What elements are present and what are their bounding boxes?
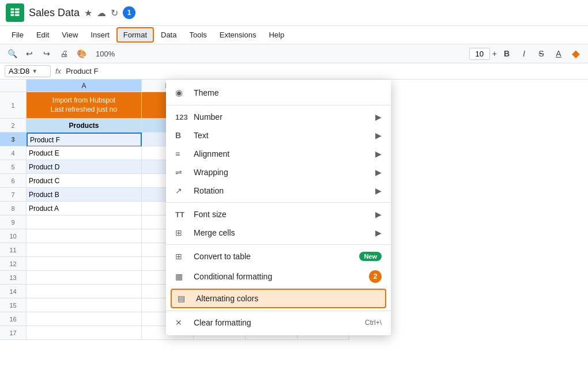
svg-rect-3 xyxy=(15,9,20,10)
menu-view[interactable]: View xyxy=(56,28,84,41)
number-label: Number xyxy=(194,112,223,122)
menu-extensions[interactable]: Extensions xyxy=(214,28,262,41)
conditional-label: Conditional formatting xyxy=(194,272,272,281)
font-size-label: Font size xyxy=(194,210,227,219)
font-size-arrow: ▶ xyxy=(375,210,382,219)
row-num: 5 xyxy=(0,160,27,174)
menu-edit[interactable]: Edit xyxy=(31,28,55,41)
menu-insert[interactable]: Insert xyxy=(85,28,115,41)
row-num: 3 xyxy=(0,133,27,146)
font-size-icon: TT xyxy=(175,210,187,219)
toolbar: 🔍 ↩ ↪ 🖨 🎨 100% + B I S A ◆ xyxy=(0,44,588,63)
number-icon: 123 xyxy=(175,113,187,122)
cell[interactable] xyxy=(27,312,142,326)
menu-help[interactable]: Help xyxy=(263,28,290,41)
rotation-label: Rotation xyxy=(194,186,224,195)
search-btn[interactable]: 🔍 xyxy=(5,46,20,61)
clear-shortcut: Ctrl+\ xyxy=(365,319,382,327)
fx-label: fx xyxy=(55,67,61,75)
menu-item-number[interactable]: 123 Number ▶ xyxy=(166,108,391,126)
merge-arrow: ▶ xyxy=(375,228,382,237)
conditional-icon: ▦ xyxy=(175,272,187,281)
cell-ref-value: A3:D8 xyxy=(9,67,29,75)
menu-bar: File Edit View Insert Format Data Tools … xyxy=(0,26,588,44)
cell[interactable] xyxy=(27,326,142,340)
cell-4a[interactable]: Product E xyxy=(27,146,142,160)
cell-3a[interactable]: Product F xyxy=(27,133,142,146)
text-arrow: ▶ xyxy=(375,131,382,140)
undo-btn[interactable]: ↩ xyxy=(22,46,37,61)
clear-label: Clear formatting xyxy=(194,318,251,327)
convert-table-label: Convert to table xyxy=(194,252,251,261)
cell-1a[interactable]: Import from HubspotLast refreshed just n… xyxy=(27,92,142,119)
zoom-level[interactable]: 100% xyxy=(91,48,119,59)
update-icon[interactable]: ↻ xyxy=(111,7,118,18)
alignment-arrow: ▶ xyxy=(375,149,382,158)
cell[interactable] xyxy=(27,271,142,285)
circle-badge-1: 1 xyxy=(123,6,135,19)
wrapping-icon: ⇌ xyxy=(175,168,187,177)
cell-ref-arrow[interactable]: ▼ xyxy=(32,68,37,74)
star-icon[interactable]: ★ xyxy=(84,7,92,18)
strikethrough-btn[interactable]: S xyxy=(534,46,549,61)
menu-format[interactable]: Format xyxy=(116,27,154,43)
cell[interactable] xyxy=(27,298,142,312)
alignment-label: Alignment xyxy=(194,149,229,158)
row-num: 8 xyxy=(0,202,27,215)
cell-2a[interactable]: Products xyxy=(27,119,142,133)
cell[interactable] xyxy=(27,257,142,271)
menu-item-theme[interactable]: ◉ Theme xyxy=(166,83,391,103)
cell-7a[interactable]: Product B xyxy=(27,188,142,202)
row-num: 14 xyxy=(0,285,27,298)
menu-item-merge[interactable]: ⊞ Merge cells ▶ xyxy=(166,224,391,242)
menu-item-alternating[interactable]: ▤ Alternating colors xyxy=(171,289,386,308)
cell-5a[interactable]: Product D xyxy=(27,160,142,174)
fill-color-btn[interactable]: ◆ xyxy=(568,46,583,61)
format-paint-btn[interactable]: 🎨 xyxy=(74,46,89,61)
row-num: 6 xyxy=(0,174,27,188)
redo-btn[interactable]: ↪ xyxy=(39,46,54,61)
print-btn[interactable]: 🖨 xyxy=(56,46,71,61)
cell[interactable] xyxy=(27,229,142,243)
menu-item-font-size[interactable]: TT Font size ▶ xyxy=(166,205,391,224)
cloud-icon[interactable]: ☁ xyxy=(97,7,106,18)
cell-6a[interactable]: Product C xyxy=(27,174,142,188)
cell[interactable] xyxy=(27,285,142,298)
italic-btn[interactable]: I xyxy=(517,46,532,61)
menu-item-rotation[interactable]: ↗ Rotation ▶ xyxy=(166,181,391,200)
merge-label: Merge cells xyxy=(194,228,235,237)
menu-data[interactable]: Data xyxy=(155,28,182,41)
theme-icon: ◉ xyxy=(175,88,187,98)
row-num: 12 xyxy=(0,257,27,271)
cell[interactable] xyxy=(27,215,142,229)
menu-item-conditional[interactable]: ▦ Conditional formatting 2 xyxy=(166,266,391,287)
row-num: 9 xyxy=(0,215,27,229)
row-num: 7 xyxy=(0,188,27,202)
bold-btn[interactable]: B xyxy=(499,46,514,61)
formula-bar: A3:D8 ▼ fx Product F xyxy=(0,63,588,80)
font-size-input[interactable] xyxy=(469,48,490,60)
menu-item-wrapping[interactable]: ⇌ Wrapping ▶ xyxy=(166,163,391,181)
badge-2: 2 xyxy=(369,270,382,283)
svg-rect-1 xyxy=(11,12,14,13)
cell-reference[interactable]: A3:D8 ▼ xyxy=(5,65,51,77)
menu-file[interactable]: File xyxy=(6,28,29,41)
col-header-a[interactable]: A xyxy=(27,80,142,92)
menu-item-convert-table[interactable]: ⊞ Convert to table New xyxy=(166,247,391,266)
format-dropdown: ◉ Theme 123 Number ▶ B Text ▶ ≡ Alignmen… xyxy=(166,80,391,335)
clear-icon: ✕ xyxy=(175,318,187,327)
menu-item-clear[interactable]: ✕ Clear formatting Ctrl+\ xyxy=(166,313,391,332)
doc-title: Sales Data xyxy=(29,7,80,19)
cell-8a[interactable]: Product A xyxy=(27,202,142,215)
text-label: Text xyxy=(194,131,209,140)
merge-icon: ⊞ xyxy=(175,228,187,237)
menu-item-alignment[interactable]: ≡ Alignment ▶ xyxy=(166,145,391,163)
font-color-btn[interactable]: A xyxy=(551,46,566,61)
menu-item-text[interactable]: B Text ▶ xyxy=(166,126,391,145)
cell[interactable] xyxy=(27,243,142,257)
font-size-increase[interactable]: + xyxy=(492,49,497,58)
svg-rect-2 xyxy=(11,14,14,16)
alternating-label: Alternating colors xyxy=(196,294,258,303)
menu-tools[interactable]: Tools xyxy=(183,28,212,41)
svg-rect-5 xyxy=(15,14,20,16)
